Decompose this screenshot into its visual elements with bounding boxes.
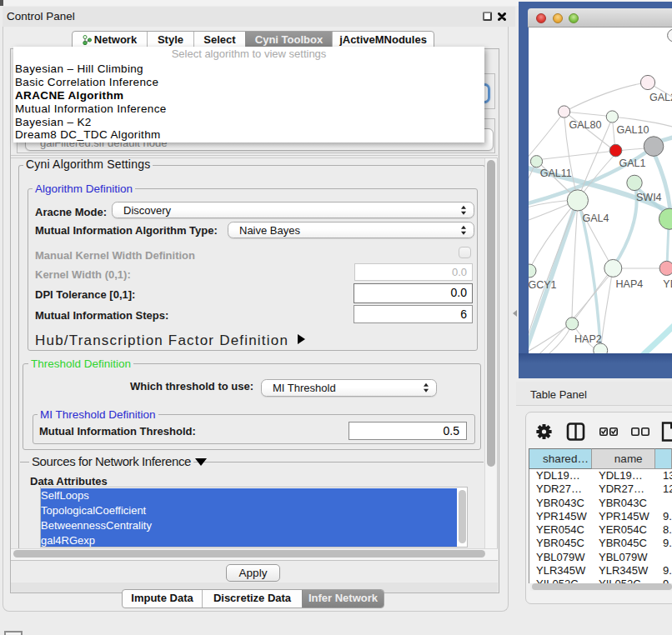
- svg-text:HAP4: HAP4: [616, 278, 644, 290]
- svg-text:HAP2: HAP2: [574, 333, 602, 345]
- svg-text:GAL2: GAL2: [649, 92, 672, 103]
- svg-text:SWI4: SWI4: [636, 192, 662, 203]
- svg-text:GAL4: GAL4: [583, 212, 609, 224]
- svg-text:GCY1: GCY1: [529, 279, 557, 291]
- svg-text:GAL1: GAL1: [619, 158, 646, 169]
- svg-text:GAL11: GAL11: [540, 168, 572, 179]
- svg-text:GAL80: GAL80: [569, 119, 602, 131]
- svg-text:GAL10: GAL10: [617, 124, 649, 136]
- svg-text:YD: YD: [663, 278, 672, 290]
